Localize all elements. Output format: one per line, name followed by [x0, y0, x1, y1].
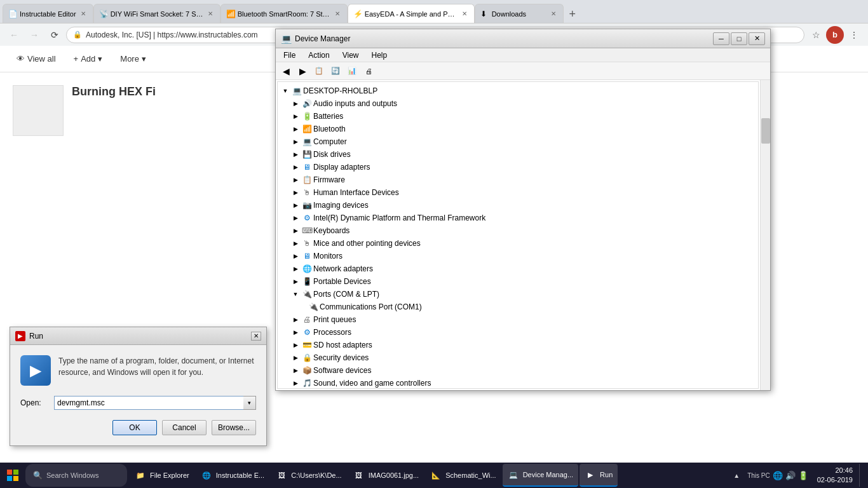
tree-item-4[interactable]: ▶ 💾 Disk drives — [278, 148, 758, 161]
toolbar-properties[interactable]: 📋 — [311, 64, 327, 78]
tab-instructable[interactable]: 📄 Instructable Editor ✕ — [3, 4, 93, 23]
tab-bluetooth[interactable]: 📶 Bluetooth SmartRoom: 7 Steps... ✕ — [220, 4, 348, 23]
show-desktop-button[interactable] — [859, 464, 863, 487]
expand-hid[interactable]: ▶ — [290, 187, 301, 198]
device-tree[interactable]: ▼ 💻 DESKTOP-RHOLBLP ▶ 🔊 Audio inputs and… — [277, 81, 759, 389]
new-tab-button[interactable]: + — [564, 5, 581, 23]
volume-icon[interactable]: 🔊 — [785, 471, 796, 480]
taskbar-file-explorer[interactable]: 📁 File Explorer — [130, 464, 194, 487]
more-button[interactable]: More ▾ — [114, 50, 153, 67]
expand-intel[interactable]: ▶ — [290, 213, 301, 223]
menu-help[interactable]: Help — [365, 50, 394, 61]
bookmark-button[interactable]: ☆ — [807, 26, 825, 44]
expand-monitors[interactable]: ▶ — [290, 251, 301, 261]
toolbar-scan[interactable]: 📊 — [344, 64, 360, 78]
taskbar-instructable[interactable]: 🌐 Instructable E... — [196, 464, 269, 487]
tree-item-11[interactable]: ▶ 🖱 Mice and other pointing devices — [278, 237, 758, 250]
tree-item-22[interactable]: ▶ 🎵 Sound, video and game controllers — [278, 377, 758, 389]
run-cancel-button[interactable]: Cancel — [162, 420, 207, 435]
tree-item-3[interactable]: ▶ 💻 Computer — [278, 135, 758, 148]
tree-root[interactable]: ▼ 💻 DESKTOP-RHOLBLP — [278, 85, 758, 97]
add-button[interactable]: + Add ▾ — [67, 50, 109, 67]
expand-audio[interactable]: ▶ — [290, 98, 301, 109]
sys-tray-arrow[interactable]: ▲ — [733, 472, 740, 479]
back-button[interactable]: ← — [5, 26, 23, 44]
view-all-button[interactable]: 👁 View all — [10, 50, 62, 67]
tab-downloads[interactable]: ⬇ Downloads ✕ — [475, 4, 564, 23]
tree-item-9[interactable]: ▶ ⚙ Intel(R) Dynamic Platform and Therma… — [278, 212, 758, 224]
toolbar-forward[interactable]: ▶ — [295, 64, 310, 78]
expand-disk[interactable]: ▶ — [290, 149, 301, 159]
start-button[interactable] — [0, 463, 25, 488]
tree-item-19[interactable]: ▶ 💳 SD host adapters — [278, 339, 758, 351]
profile-button[interactable]: b — [826, 26, 844, 44]
menu-action[interactable]: Action — [302, 50, 336, 61]
tree-item-6[interactable]: ▶ 📋 Firmware — [278, 173, 758, 186]
root-expand-icon[interactable]: ▼ — [280, 86, 290, 96]
tab-easyeda[interactable]: ⚡ EasyEDA - A Simple and Power... ✕ — [348, 4, 475, 23]
toolbar-print[interactable]: 🖨 — [361, 64, 376, 78]
tree-item-com1[interactable]: 🔌 Communications Port (COM1) — [278, 301, 758, 313]
taskbar-search[interactable]: 🔍 Search Windows — [25, 464, 127, 487]
tab-close-4[interactable]: ✕ — [460, 10, 469, 18]
run-ok-button[interactable]: OK — [112, 420, 157, 435]
run-close-button[interactable]: ✕ — [251, 332, 261, 341]
expand-ports[interactable]: ▼ — [290, 289, 301, 299]
expand-imaging[interactable]: ▶ — [290, 200, 301, 210]
expand-computer[interactable]: ▶ — [290, 137, 301, 147]
tree-item-14[interactable]: ▶ 📱 Portable Devices — [278, 275, 758, 288]
tree-item-17[interactable]: ▶ 🖨 Print queues — [278, 313, 758, 326]
tree-item-5[interactable]: ▶ 🖥 Display adapters — [278, 161, 758, 173]
toolbar-back[interactable]: ◀ — [278, 64, 294, 78]
tree-item-12[interactable]: ▶ 🖥 Monitors — [278, 250, 758, 262]
tab-close-1[interactable]: ✕ — [79, 10, 88, 18]
taskbar-device-manager[interactable]: 💻 Device Manag... — [503, 464, 578, 487]
expand-network[interactable]: ▶ — [290, 264, 301, 274]
refresh-button[interactable]: ⟳ — [46, 26, 64, 44]
expand-display[interactable]: ▶ — [290, 162, 301, 172]
tab-close-2[interactable]: ✕ — [206, 10, 215, 18]
forward-button[interactable]: → — [25, 26, 43, 44]
battery-icon[interactable]: 🔋 — [798, 471, 808, 480]
tree-item-2[interactable]: ▶ 📶 Bluetooth — [278, 123, 758, 135]
taskbar-schematic[interactable]: 📐 Schematic_Wi... — [425, 464, 501, 487]
tree-item-1[interactable]: ▶ 🔋 Batteries — [278, 110, 758, 123]
menu-file[interactable]: File — [277, 50, 302, 61]
expand-batteries[interactable]: ▶ — [290, 111, 301, 121]
expand-keyboards[interactable]: ▶ — [290, 226, 301, 236]
tab-diy-wifi[interactable]: 📡 DIY WiFi Smart Socket: 7 Steps... ✕ — [93, 4, 220, 23]
expand-sd[interactable]: ▶ — [290, 340, 301, 350]
tree-item-21[interactable]: ▶ 📦 Software devices — [278, 364, 758, 377]
expand-processors[interactable]: ▶ — [290, 327, 301, 337]
expand-print[interactable]: ▶ — [290, 315, 301, 325]
tree-item-7[interactable]: ▶ 🖱 Human Interface Devices — [278, 186, 758, 199]
expand-software[interactable]: ▶ — [290, 365, 301, 376]
toolbar-update-driver[interactable]: 🔄 — [328, 64, 343, 78]
expand-mice[interactable]: ▶ — [290, 238, 301, 248]
tab-close-5[interactable]: ✕ — [549, 10, 558, 18]
tree-item-10[interactable]: ▶ ⌨ Keyboards — [278, 224, 758, 237]
run-input[interactable] — [54, 396, 256, 410]
expand-portable[interactable]: ▶ — [290, 276, 301, 287]
expand-firmware[interactable]: ▶ — [290, 175, 301, 185]
tab-close-3[interactable]: ✕ — [333, 10, 342, 18]
close-button[interactable]: ✕ — [749, 32, 765, 45]
tree-item-15[interactable]: ▼ 🔌 Ports (COM & LPT) — [278, 288, 758, 301]
expand-sound[interactable]: ▶ — [290, 378, 301, 388]
maximize-button[interactable]: □ — [731, 32, 747, 45]
expand-security[interactable]: ▶ — [290, 353, 301, 363]
scrollbar-thumb[interactable] — [761, 118, 770, 144]
taskbar-photo2[interactable]: 🖼 IMAG0061.jpg... — [348, 464, 424, 487]
network-icon[interactable]: 🌐 — [773, 471, 783, 480]
taskbar-photo1[interactable]: 🖼 C:\Users\K\De... — [271, 464, 346, 487]
vertical-scrollbar[interactable] — [760, 80, 770, 390]
tree-item-13[interactable]: ▶ 🌐 Network adapters — [278, 262, 758, 275]
run-dropdown-button[interactable]: ▾ — [243, 396, 256, 410]
expand-bluetooth[interactable]: ▶ — [290, 124, 301, 134]
tree-item-20[interactable]: ▶ 🔒 Security devices — [278, 351, 758, 364]
settings-button[interactable]: ⋮ — [845, 26, 863, 44]
minimize-button[interactable]: ─ — [713, 32, 729, 45]
tree-item-8[interactable]: ▶ 📷 Imaging devices — [278, 199, 758, 212]
tree-item-0[interactable]: ▶ 🔊 Audio inputs and outputs — [278, 97, 758, 110]
run-browse-button[interactable]: Browse... — [212, 420, 256, 435]
